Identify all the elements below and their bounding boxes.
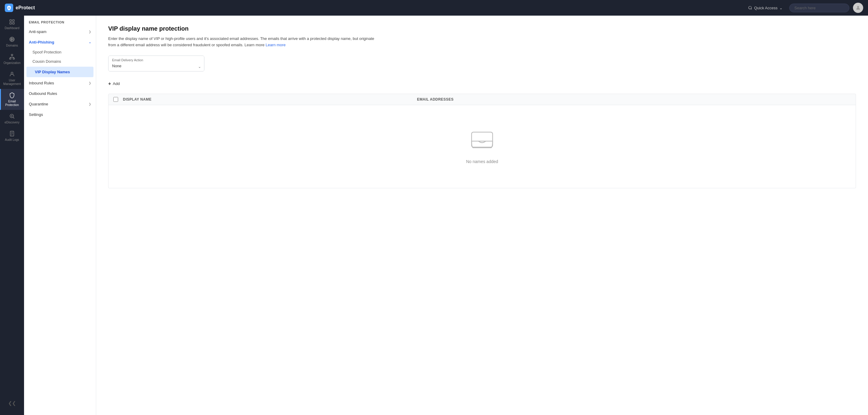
col-display-name: Display name xyxy=(123,97,412,102)
empty-state: No names added xyxy=(108,105,856,188)
grid-icon xyxy=(9,19,15,25)
dropdown-label: Email Delivery Action xyxy=(108,56,204,63)
chevron-down-icon: ⌄ xyxy=(779,6,783,10)
search-input[interactable] xyxy=(789,4,849,12)
sidebar-item-user-management[interactable]: User Management xyxy=(0,68,24,89)
user-icon xyxy=(9,71,15,77)
nav-label-anti-spam: Anti-spam xyxy=(29,29,46,34)
nav-item-quarantine[interactable]: Quarantine ❯ xyxy=(24,99,96,109)
chevron-right-icon: ❯ xyxy=(89,30,91,33)
nav-item-cousin-domains[interactable]: Cousin Domains xyxy=(24,57,96,66)
svg-rect-3 xyxy=(10,20,12,22)
col-email-addresses: Email addresses xyxy=(417,97,851,102)
svg-rect-14 xyxy=(471,132,493,147)
page-title: VIP display name protection xyxy=(108,25,856,32)
nav-item-anti-phishing[interactable]: Anti-Phishing ⌄ xyxy=(24,37,96,47)
topbar-left: eProtect xyxy=(5,4,35,12)
add-plus-icon: + xyxy=(108,81,111,87)
svg-point-2 xyxy=(857,6,859,8)
sidebar-item-ediscovery[interactable]: eDiscovery xyxy=(0,110,24,127)
org-icon xyxy=(9,54,15,60)
select-all-checkbox[interactable] xyxy=(113,97,118,102)
nav-label-cousin-domains: Cousin Domains xyxy=(32,59,61,64)
avatar xyxy=(853,3,863,13)
quick-access-label: Quick Access xyxy=(754,6,778,10)
topbar: eProtect Quick Access ⌄ xyxy=(0,0,868,15)
add-button-label: Add xyxy=(113,81,120,86)
nav-item-settings[interactable]: Settings xyxy=(24,109,96,120)
svg-rect-9 xyxy=(10,58,11,59)
nav-section-title: EMAIL PROTECTION xyxy=(24,15,96,27)
dropdown-wrapper: Email Delivery Action None Quarantine Re… xyxy=(108,56,205,71)
nav-label-settings: Settings xyxy=(29,112,43,117)
audit-icon xyxy=(9,130,15,137)
app-name: eProtect xyxy=(16,5,35,10)
sidebar-label-dashboard: Dashboard xyxy=(5,27,20,30)
nav-item-vip-display-names[interactable]: VIP Display Names xyxy=(26,67,93,77)
dropdown-select-wrapper: None Quarantine Reject Tag ⌄ xyxy=(108,63,204,71)
nav-label-spoof-protection: Spoof Protection xyxy=(32,50,61,54)
page-description: Enter the display name of VIP or high-pr… xyxy=(108,36,379,48)
add-button[interactable]: + Add xyxy=(108,79,120,89)
ediscovery-icon xyxy=(9,113,15,119)
svg-rect-10 xyxy=(13,58,14,59)
sidebar-label-domains: Domains xyxy=(6,44,18,47)
learn-more-link[interactable]: Learn more xyxy=(266,43,285,47)
nav-label-vip-display-names: VIP Display Names xyxy=(35,70,70,74)
nav-item-spoof-protection[interactable]: Spoof Protection xyxy=(24,47,96,57)
collapse-icon: ❮❮ xyxy=(8,401,16,406)
delivery-action-container: Email Delivery Action None Quarantine Re… xyxy=(108,56,856,71)
sidebar-collapse-button[interactable]: ❮❮ xyxy=(5,397,19,409)
sidebar-label-ediscovery: eDiscovery xyxy=(4,121,19,124)
sidebar-label-audit-logs: Audit Logs xyxy=(5,138,19,142)
svg-rect-6 xyxy=(12,23,14,24)
content-area: VIP display name protection Enter the di… xyxy=(96,15,868,198)
chevron-right-icon-3: ❯ xyxy=(89,102,91,106)
email-protection-icon xyxy=(9,92,15,99)
quick-access-button[interactable]: Quick Access ⌄ xyxy=(745,4,786,12)
sidebar-label-organization: Organization xyxy=(4,61,21,65)
sidebar-item-email-protection[interactable]: Email Protection xyxy=(0,89,24,110)
nav-label-inbound-rules: Inbound Rules xyxy=(29,81,54,85)
empty-state-message: No names added xyxy=(466,159,498,164)
nav-label-anti-phishing: Anti-Phishing xyxy=(29,40,54,44)
chevron-down-icon: ⌄ xyxy=(89,40,91,44)
topbar-right: Quick Access ⌄ xyxy=(745,3,863,13)
nav-label-quarantine: Quarantine xyxy=(29,102,48,106)
nav-label-outbound-rules: Outbound Rules xyxy=(29,91,57,96)
sidebar-label-email-protection: Email Protection xyxy=(2,100,22,107)
nav-panel: EMAIL PROTECTION Anti-spam ❯ Anti-Phishi… xyxy=(24,0,96,415)
delivery-action-select[interactable]: None Quarantine Reject Tag xyxy=(108,63,204,71)
sidebar-item-organization[interactable]: Organization xyxy=(0,50,24,68)
svg-point-0 xyxy=(8,7,10,9)
sidebar-label-user-management: User Management xyxy=(2,79,22,86)
chevron-right-icon-2: ❯ xyxy=(89,81,91,85)
svg-rect-5 xyxy=(10,23,12,24)
nav-item-inbound-rules[interactable]: Inbound Rules ❯ xyxy=(24,78,96,88)
search-icon xyxy=(748,6,752,10)
table-header: Display name Email addresses xyxy=(108,94,856,105)
svg-rect-4 xyxy=(12,20,14,22)
app-logo xyxy=(5,4,13,12)
sidebar-item-domains[interactable]: Domains xyxy=(0,33,24,50)
empty-inbox-icon xyxy=(469,129,496,154)
sidebar-item-dashboard[interactable]: Dashboard xyxy=(0,15,24,33)
sidebar-item-audit-logs[interactable]: Audit Logs xyxy=(0,127,24,145)
svg-rect-8 xyxy=(11,54,13,56)
globe-icon xyxy=(9,36,15,43)
svg-point-11 xyxy=(11,72,13,74)
sidebar: Dashboard Domains Organization User Mana… xyxy=(0,0,24,415)
svg-point-1 xyxy=(749,6,751,9)
avatar-icon xyxy=(856,5,861,10)
nav-item-anti-spam[interactable]: Anti-spam ❯ xyxy=(24,27,96,37)
main-content: VIP display name protection Enter the di… xyxy=(96,0,868,415)
nav-item-outbound-rules[interactable]: Outbound Rules xyxy=(24,88,96,99)
